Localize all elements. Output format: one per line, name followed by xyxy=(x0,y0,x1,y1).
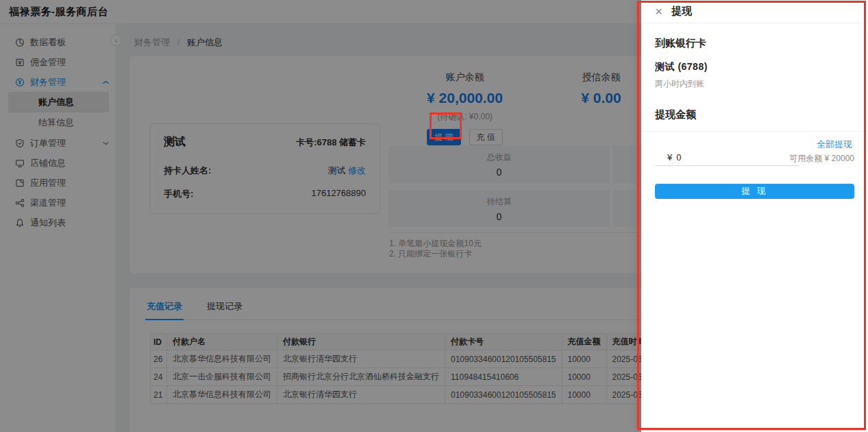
withdraw-amount-section-title: 提现金额 xyxy=(655,108,854,121)
arrival-card-section-title: 到账银行卡 xyxy=(655,37,854,50)
withdraw-all-link[interactable]: 全部提现 xyxy=(817,139,852,151)
drawer-title: 提现 xyxy=(671,5,692,18)
amount-zone: 全部提现 可用余额 ¥ 20000 ¥ xyxy=(655,134,854,169)
withdraw-amount-input[interactable] xyxy=(676,152,758,163)
arrival-time-note: 两小时内到账 xyxy=(655,78,854,90)
amount-input-wrap: ¥ xyxy=(655,152,799,166)
section-divider xyxy=(641,131,868,132)
close-icon[interactable]: × xyxy=(655,5,662,18)
drawer-withdraw-submit-button[interactable]: 提 现 xyxy=(655,184,854,199)
drawer-body: 到账银行卡 测试 (6788) 两小时内到账 提现金额 全部提现 可用余额 ¥ … xyxy=(641,37,868,199)
arrival-card-name: 测试 (6788) xyxy=(655,61,854,73)
withdraw-drawer: × 提现 到账银行卡 测试 (6788) 两小时内到账 提现金额 全部提现 可用… xyxy=(641,0,868,432)
currency-prefix: ¥ xyxy=(667,152,672,163)
available-balance-text: 可用余额 ¥ 20000 xyxy=(789,153,854,165)
drawer-header: × 提现 xyxy=(641,0,868,23)
